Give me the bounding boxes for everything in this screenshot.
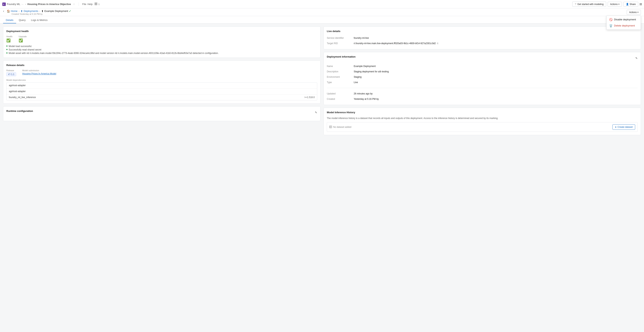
live-details-table: Service identifier foundry-ml-live Targe… [327,35,638,46]
service-identifier-row: Service identifier foundry-ml-live [327,35,638,41]
updated-label: Updated [327,91,354,96]
create-dataset-button[interactable]: + Create dataset [612,124,635,130]
no-dataset-label-wrapper: No dataset added [329,126,352,129]
desc-value: Staging deployment for a/b testing [354,69,638,74]
actions-menu: 🚫 Disable deployment 🗑️ Delete deploymen… [606,15,641,30]
bullet-dot-icon-3 [6,52,8,53]
deployment-health-title: Deployment health [6,30,317,33]
breadcrumb-current: ⬆ Example Deployment ✓ [41,9,72,13]
foundry-icon: F [2,2,6,6]
updated-value: 26 minutes ago by [354,91,638,96]
deployment-icon: ⬆ [41,9,44,13]
current-label: Example Deployment [44,9,68,12]
release-grid: Release 🏷 1.1 Model submission Housing P… [6,69,317,76]
breadcrumb-wrapper: ‹ 🏠 Home › ⬆ Deployments › ⬆ Example Dep… [3,9,71,15]
home-icon: 🏠 [7,9,10,13]
bullet-text-1: Model load successful. [9,45,32,48]
no-dataset-text: No dataset added [333,126,352,128]
topbar: F Foundry ML ··· › Housing Prices in Ame… [0,0,644,8]
dep-version-3: >=1.518.0 [304,96,315,99]
dep-row-1: agnhost-adapter [6,83,317,88]
star-icon[interactable]: ☆ [73,3,75,5]
tab-query[interactable]: Query [16,17,28,23]
actions-dropdown-wrapper: Actions ▾ 🚫 Disable deployment 🗑️ Delete… [627,10,641,15]
help-menu[interactable]: Help [88,3,93,5]
instances-count: 1 [98,3,100,5]
release-value: 1.1 [11,73,14,76]
edit-runtime-icon[interactable]: ✎ [315,111,317,114]
breadcrumb-chevron-1: › [19,10,20,12]
page-title: Housing Prices in America Objective [28,3,71,5]
share-label: Share [630,3,636,5]
copy-icon[interactable]: ⎘ [437,42,438,45]
dep-name-row: Name Example Deployment [327,63,638,69]
dep-name-3: foundry_ml_live_inference [9,96,36,99]
health-bullet-2: Successfully read shared secret [6,48,317,51]
dep-type-row: Type Live [327,80,638,85]
edit-deployment-icon[interactable]: ✎ [635,57,638,60]
topbar-right: ? Get started with modeling Actions ▾ 👤 … [572,1,642,7]
release-item: Release 🏷 1.1 [6,69,16,76]
breadcrumb-home[interactable]: 🏠 Home [7,9,18,13]
target-rid-row: Target RID ri.foundry-ml-live.main.live-… [327,41,638,46]
dep-name-2: agnhost-adapter [9,90,26,93]
model-submission-link[interactable]: Housing Prices In America Model [22,72,56,75]
created-info-label: Created [327,96,354,102]
env-label: Environment [327,74,354,80]
service-identifier-label: Service identifier [327,35,354,41]
desc-label: Description [327,69,354,74]
upgrade-label: Upgrade [19,35,27,38]
name-value: Example Deployment [354,63,638,69]
actions-top-button[interactable]: Actions ▾ [608,2,622,7]
health-bullets: Model load successful. Successfully read… [6,45,317,54]
dep-desc-row: Description Staging deployment for a/b t… [327,69,638,74]
home-label: Home [11,9,18,12]
back-button[interactable]: ‹ [3,9,4,13]
created-info-value: Yesterday at 5:16 PM by [354,96,638,102]
dep-env-row: Environment Staging [327,74,638,80]
health-row: Health ✅ Upgrade ✅ [6,35,317,43]
dep-created-row: Created Yesterday at 5:16 PM by [327,96,638,102]
get-started-button[interactable]: ? Get started with modeling [572,1,606,7]
grid-icon[interactable] [640,3,642,5]
left-column: Deployment health Health ✅ Upgrade ✅ Mod… [3,26,320,121]
name-label: Name [327,63,354,69]
tab-logs-metrics[interactable]: Logs & Metrics [28,17,50,23]
deployments-label: Deployments [24,9,38,12]
instances-icon [94,2,97,6]
live-details-title: Live details [327,30,638,33]
tabs-bar: Details Query Logs & Metrics [0,16,644,23]
topbar-more[interactable]: ··· [21,3,24,5]
actions-dropdown-button[interactable]: Actions ▾ [627,10,641,15]
no-dataset-row: No dataset added + Create dataset [327,122,638,132]
tag-icon: 🏷 [8,73,10,76]
get-started-label: Get started with modeling [578,3,604,5]
tab-details[interactable]: Details [3,17,16,23]
share-button[interactable]: 👤 Share [624,2,638,7]
foundry-label[interactable]: Foundry ML [7,3,20,5]
release-details-card: Release details Release 🏷 1.1 Model subm… [3,60,320,104]
green-check-icon: ✓ [69,9,71,13]
type-value: Live [354,80,638,85]
target-rid-label: Target RID [327,41,354,46]
breadcrumb-deployments[interactable]: ⬆ Deployments [20,9,38,13]
live-details-card: Live details Service identifier foundry-… [324,26,641,49]
delete-deployment-item[interactable]: 🗑️ Delete deployment [606,23,641,29]
bullet-dot-icon [6,45,8,47]
health-check-icon: ✅ [6,38,12,43]
release-label: Release [6,69,16,72]
file-menu[interactable]: File [82,3,86,5]
subbar: ‹ 🏠 Home › ⬆ Deployments › ⬆ Example Dep… [0,8,644,16]
disable-deployment-item[interactable]: 🚫 Disable deployment [606,16,641,23]
svg-rect-5 [96,4,97,5]
dep-row-2: agnhost-adapter [6,88,317,94]
upgrade-check-icon: ✅ [19,38,27,43]
topbar-sep: › [25,3,26,5]
deployments-icon: ⬆ [20,9,23,13]
rid-row: ri.foundry-ml-live.main.live-deployment.… [354,42,638,45]
svg-rect-3 [96,3,97,4]
deployment-info-card: Deployment information ✎ Name Example De… [324,52,641,105]
bullet-text-3: Model asset with rid ri.models.main.mode… [9,52,218,54]
plus-icon: + [615,126,616,129]
health-bullet-3: Model asset with rid ri.models.main.mode… [6,52,317,54]
